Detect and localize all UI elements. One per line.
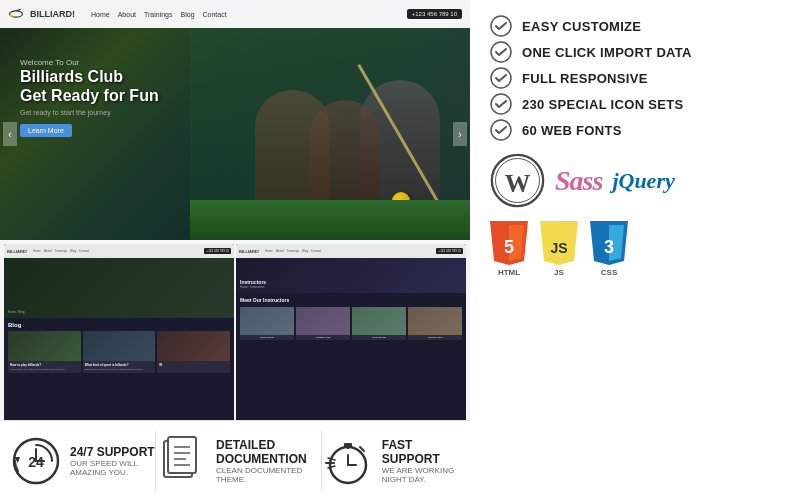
support-docs-text: DETAILED DOCUMENTION CLEAN DOCUMENTED TH… — [216, 438, 321, 484]
right-panel: EASY CUSTOMIZE ONE CLICK IMPORT DATA FUL… — [470, 0, 800, 500]
support-fast-title: FAST SUPPORT — [382, 438, 460, 466]
check-icon-5 — [490, 119, 512, 141]
js-shape: JS — [540, 221, 578, 265]
thumb2-content: Meet Our Instructors Robert North Octago… — [236, 293, 466, 344]
check-icon-2 — [490, 41, 512, 63]
svg-text:W: W — [505, 169, 531, 198]
support-fast-subtitle: WE ARE WORKING NIGHT DAY. — [382, 466, 460, 484]
thumb1-nav-links: Home About Trainings Blog Contact — [33, 249, 89, 253]
thumb2-meet-title: Meet Our Instructors — [240, 297, 462, 303]
blog-card-2-text: What kind of sport is billiards? Billiar… — [83, 361, 156, 373]
jquery-logo: jQuery — [612, 168, 674, 193]
svg-rect-15 — [344, 443, 352, 447]
hero-image — [190, 28, 470, 240]
nav-link-trainings[interactable]: Trainings — [144, 11, 173, 18]
svg-text:5: 5 — [504, 237, 514, 257]
jquery-logo-wrapper: jQuery — [612, 168, 674, 194]
thumb2-nav-about: About — [276, 249, 284, 253]
support-item-docs: DETAILED DOCUMENTION CLEAN DOCUMENTED TH… — [156, 435, 321, 487]
wordpress-logo: W — [490, 153, 545, 208]
instructor-card-4: Michael John — [408, 307, 462, 340]
thumb2-breadcrumb: Home / Instructors — [240, 285, 462, 289]
js-badge: JS JS — [540, 221, 578, 277]
thumb1-title: Blog — [8, 322, 230, 328]
instructor-card-3: Adam Brown — [352, 307, 406, 340]
blog-card-2-image — [83, 331, 156, 361]
feature-item-4: 230 SPECIAL ICON SETS — [490, 93, 780, 115]
thumb2-hero: Instructors Home / Instructors — [236, 258, 466, 293]
blog-card-1-desc: Fusce tellus is on the most content abou… — [10, 368, 79, 371]
support-247-title: 24/7 SUPPORT — [70, 445, 155, 459]
feature-item-5: 60 WEB FONTS — [490, 119, 780, 141]
svg-line-1 — [16, 9, 21, 11]
support-item-fast: FAST SUPPORT WE ARE WORKING NIGHT DAY. — [322, 435, 460, 487]
support-docs-icon-wrapper — [156, 435, 208, 487]
instructor-2-name: Octagon One — [296, 335, 350, 340]
blog-card-2-title: What kind of sport is billiards? — [85, 363, 154, 367]
thumb1-hero: Home / Blog — [4, 258, 234, 318]
billiard-logo-icon — [8, 8, 24, 20]
thumb1-nav-home: Home — [33, 249, 41, 253]
hero-subtitle: Get ready to start the journey — [20, 109, 159, 116]
css3-shape: 3 — [590, 221, 628, 265]
thumb2-nav-home: Home — [265, 249, 273, 253]
thumb1-nav-about: About — [44, 249, 52, 253]
instructor-4-name: Michael John — [408, 335, 462, 340]
feature-text-1: EASY CUSTOMIZE — [522, 19, 641, 34]
svg-line-22 — [360, 447, 364, 451]
support-247-icon: 24 — [10, 435, 62, 487]
hero-next-arrow[interactable]: › — [453, 122, 467, 146]
blog-cards: How to play billiards? Fusce tellus is o… — [8, 331, 230, 373]
instructor-card-2: Octagon One — [296, 307, 350, 340]
instructor-3-image — [352, 307, 406, 335]
sass-logo: Sass — [555, 165, 602, 196]
thumb2-nav-train: Trainings — [287, 249, 299, 253]
hero-cta-button[interactable]: Learn More — [20, 124, 72, 137]
feature-text-3: FULL RESPONSIVE — [522, 71, 648, 86]
thumb2-nav-links: Home About Trainings Blog Contact — [265, 249, 321, 253]
instructor-cards: Robert North Octagon One Adam Brown Mich… — [240, 307, 462, 340]
support-fast-text: FAST SUPPORT WE ARE WORKING NIGHT DAY. — [382, 438, 460, 484]
main-nav-bar: BILLIARD! Home About Trainings Blog Cont… — [0, 0, 470, 28]
nav-link-blog[interactable]: Blog — [181, 11, 195, 18]
blog-card-3: W — [157, 331, 230, 373]
check-icon-1 — [490, 15, 512, 37]
check-icon-3 — [490, 67, 512, 89]
support-docs-subtitle: CLEAN DOCUMENTED THEME. — [216, 466, 321, 484]
nav-link-contact[interactable]: Contact — [203, 11, 227, 18]
thumb1-breadcrumb: Home / Blog — [8, 310, 230, 314]
thumb1-nav: BILLIARD! Home About Trainings Blog Cont… — [4, 244, 234, 258]
instructor-1-name: Robert North — [240, 335, 294, 340]
svg-point-2 — [10, 14, 13, 17]
support-fast-icon — [322, 435, 374, 487]
thumb2-nav: BILLIARD! Home About Trainings Blog Cont… — [236, 244, 466, 258]
thumb1-nav-train: Trainings — [55, 249, 67, 253]
blog-card-3-image — [157, 331, 230, 361]
thumb2-logo: BILLIARD! — [239, 249, 259, 254]
support-247-subtitle: OUR SPEED WILL AMAZING YOU. — [70, 459, 155, 477]
blog-card-2-desc: Billiards is known as the most content a… — [85, 368, 154, 371]
thumb1-phone: +123 456 789 10 — [204, 248, 231, 254]
phone-button[interactable]: +123 456 789 10 — [407, 9, 462, 19]
nav-link-home[interactable]: Home — [91, 11, 110, 18]
feature-list: EASY CUSTOMIZE ONE CLICK IMPORT DATA FUL… — [490, 15, 780, 141]
html5-badge: 5 HTML — [490, 221, 528, 277]
feature-text-2: ONE CLICK IMPORT DATA — [522, 45, 692, 60]
hero-welcome: Welcome To Our — [20, 58, 159, 67]
support-247-text: 24/7 SUPPORT OUR SPEED WILL AMAZING YOU. — [70, 445, 155, 477]
css3-badge: 3 CSS — [590, 221, 628, 277]
support-docs-icon — [156, 435, 204, 487]
support-docs-title: DETAILED DOCUMENTION — [216, 438, 321, 466]
blog-card-2: What kind of sport is billiards? Billiar… — [83, 331, 156, 373]
nav-link-about[interactable]: About — [118, 11, 136, 18]
blog-card-1: How to play billiards? Fusce tellus is o… — [8, 331, 81, 373]
thumb2-nav-contact: Contact — [311, 249, 321, 253]
feature-item-1: EASY CUSTOMIZE — [490, 15, 780, 37]
html5-shape: 5 — [490, 221, 528, 265]
thumb1-content: Blog How to play billiards? Fusce tellus… — [4, 318, 234, 377]
css3-label: CSS — [601, 268, 617, 277]
check-icon-4 — [490, 93, 512, 115]
svg-text:JS: JS — [550, 240, 567, 256]
hero-prev-arrow[interactable]: ‹ — [3, 122, 17, 146]
instructor-3-name: Adam Brown — [352, 335, 406, 340]
